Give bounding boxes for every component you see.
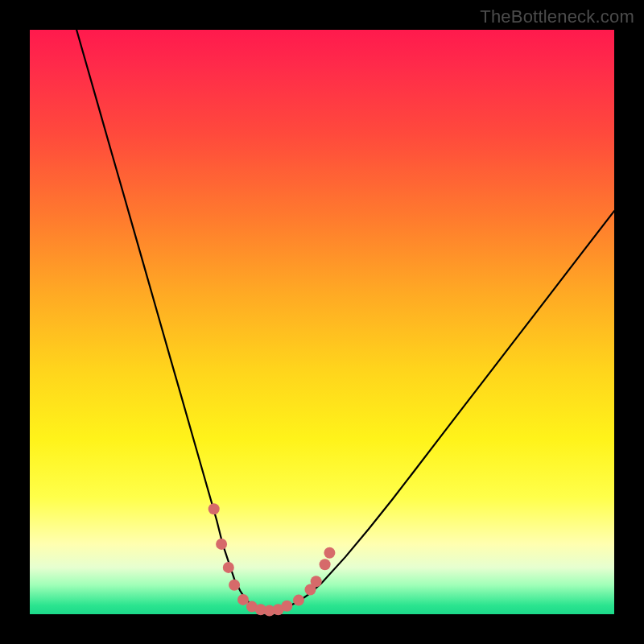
plot-area (30, 30, 614, 614)
marker-point (324, 547, 335, 559)
chart-container: TheBottleneck.com (0, 0, 644, 644)
marker-point (293, 595, 304, 606)
watermark-text: TheBottleneck.com (480, 6, 634, 27)
marker-point (223, 562, 234, 573)
curve-layer (30, 30, 614, 614)
marker-point (216, 539, 227, 550)
marker-point (320, 559, 331, 570)
marker-point (208, 503, 220, 514)
marker-point (237, 594, 249, 605)
bottleneck-curve (76, 30, 614, 611)
marker-point (311, 576, 322, 587)
marker-point (281, 601, 292, 612)
marker-point (229, 580, 240, 591)
